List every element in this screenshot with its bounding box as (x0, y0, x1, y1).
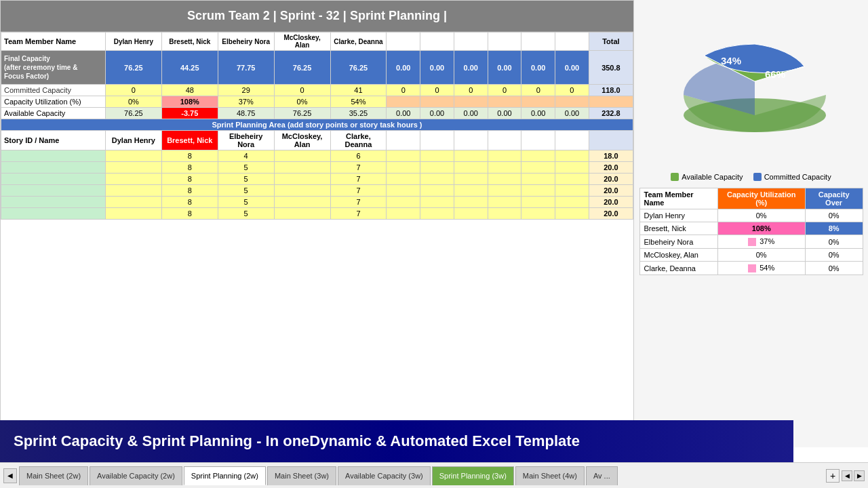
sd-2-nora: 5 (218, 174, 274, 185)
cap-name-nick: Bresett, Nick (639, 222, 717, 235)
sd-1-5 (387, 162, 420, 174)
story-row-1: 8 5 7 20.0 (1, 162, 633, 174)
tab-sprint-planning-2w[interactable]: Sprint Planning (2w) (184, 466, 266, 485)
sd-4-7 (454, 197, 488, 208)
sd-4-nick: 8 (161, 197, 218, 208)
cap-util-deanna-val: 54% (760, 264, 774, 272)
story-id-4 (1, 197, 106, 208)
committed-row: Committed Capacity 0 48 29 0 41 0 0 0 0 … (1, 85, 633, 96)
sh-9 (521, 131, 555, 150)
sd-2-alan (274, 174, 330, 185)
fc-total: 350.8 (589, 51, 633, 85)
cap-name-alan: McCloskey, Alan (639, 249, 717, 262)
cu-alan: 0% (274, 96, 330, 108)
tab-available-capacity-2w[interactable]: Available Capacity (2w) (90, 466, 182, 485)
cu-7 (454, 96, 488, 108)
av-10: 0.00 (555, 108, 589, 119)
tab-main-sheet-2w[interactable]: Main Sheet (2w) (19, 466, 88, 485)
cap-util-alan: 0% (717, 249, 805, 262)
sd-0-8 (488, 150, 521, 162)
cu-6 (420, 96, 454, 108)
pie-chart-svg: 66% 34% (650, 7, 853, 142)
sd-1-7 (454, 162, 488, 174)
sd-3-7 (454, 185, 488, 197)
tab-main-sheet-3w[interactable]: Main Sheet (3w) (267, 466, 336, 485)
sprint-planning-header-label: Sprint Planning Area (add story points o… (1, 119, 633, 131)
tab-available-capacity-3w[interactable]: Available Capacity (3w) (338, 466, 431, 485)
story-row-4: 8 5 7 20.0 (1, 197, 633, 208)
spreadsheet-title: Scrum Team 2 | Sprint - 32 | Sprint Plan… (1, 1, 633, 32)
sd-3-alan (274, 185, 330, 197)
cap-util-nora: 37% (717, 235, 805, 249)
total-header: Total (589, 33, 633, 51)
sh-6 (420, 131, 454, 150)
sd-3-total: 20.0 (589, 185, 633, 197)
sd-0-dylan (105, 150, 161, 162)
sh-5 (387, 131, 420, 150)
sheet-scroll-right[interactable]: ▶ (854, 470, 865, 481)
cc-total: 118.0 (589, 85, 633, 96)
cu-9 (521, 96, 555, 108)
cc-alan: 0 (274, 85, 330, 96)
av-deanna: 35.25 (330, 108, 387, 119)
sd-4-10 (555, 197, 589, 208)
story-id-0 (1, 150, 106, 162)
sd-1-6 (420, 162, 454, 174)
sd-0-nick: 8 (161, 150, 218, 162)
cu-deanna: 54% (330, 96, 387, 108)
av-7: 0.00 (454, 108, 488, 119)
sd-4-8 (488, 197, 521, 208)
team-member-header: Team Member Name (1, 33, 106, 51)
fc-10: 0.00 (555, 51, 589, 85)
sd-3-deanna: 7 (330, 185, 387, 197)
sd-3-dylan (105, 185, 161, 197)
utilization-row: Capacity Utilization (%) 0% 108% 37% 0% … (1, 96, 633, 108)
sd-3-nick: 8 (161, 185, 218, 197)
col-nora: Elbeheiry Nora (218, 33, 274, 51)
tab-main-sheet-4w[interactable]: Main Sheet (4w) (515, 466, 585, 485)
tab-sprint-planning-3w[interactable]: Sprint Planning (3w) (432, 466, 514, 485)
cap-name-dylan: Dylan Henry (639, 209, 717, 222)
av-nick: -3.75 (161, 108, 218, 119)
sd-1-10 (555, 162, 589, 174)
cap-util-deanna: 54% (717, 262, 805, 275)
fc-deanna: 76.25 (330, 51, 387, 85)
sd-4-9 (521, 197, 555, 208)
cap-row-dylan: Dylan Henry 0% 0% (639, 209, 863, 222)
sd-1-8 (488, 162, 521, 174)
sh-nick: Bresett, Nick (161, 131, 218, 150)
tab-nav-left[interactable]: ◀ (3, 468, 17, 483)
sd-3-9 (521, 185, 555, 197)
sd-4-5 (387, 197, 420, 208)
promo-banner: Sprint Capacity & Sprint Planning - In o… (0, 420, 793, 462)
col-8 (454, 33, 488, 51)
available-capacity-row: Available Capacity 76.25 -3.75 48.75 76.… (1, 108, 633, 119)
tab-av-dots[interactable]: Av ... (586, 466, 618, 485)
sd-0-total: 18.0 (589, 150, 633, 162)
sd-5-dylan (105, 208, 161, 220)
sd-5-8 (488, 208, 521, 220)
col-nick: Bresett, Nick (161, 33, 218, 51)
cap-util-nora-dot (748, 238, 756, 246)
cap-row-deanna: Clarke, Deanna 54% 0% (639, 262, 863, 275)
sd-3-5 (387, 185, 420, 197)
sd-1-alan (274, 162, 330, 174)
util-label: Capacity Utilization (%) (1, 96, 106, 108)
pie-blue-label: 34% (720, 55, 741, 66)
col-6 (387, 33, 420, 51)
cap-over-header: Capacity Over (805, 188, 863, 209)
cc-nick: 48 (161, 85, 218, 96)
av-total: 232.8 (589, 108, 633, 119)
fc-nick: 44.25 (161, 51, 218, 85)
cap-over-nick: 8% (805, 222, 863, 235)
avail-label: Available Capacity (1, 108, 106, 119)
sheet-scroll-left[interactable]: ◀ (842, 470, 852, 481)
add-sheet-button[interactable]: + (826, 469, 840, 483)
cap-util-nick: 108% (717, 222, 805, 235)
col-7 (420, 33, 454, 51)
av-dylan: 76.25 (105, 108, 161, 119)
col-dylan: Dylan Henry (105, 33, 161, 51)
cap-over-deanna: 0% (805, 262, 863, 275)
sh-total-col (589, 131, 633, 150)
cc-nora: 29 (218, 85, 274, 96)
